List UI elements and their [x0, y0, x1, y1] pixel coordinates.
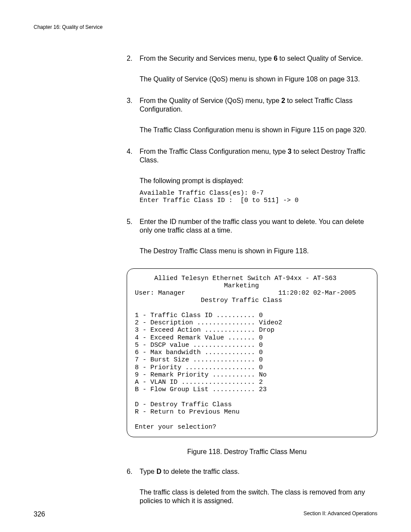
step-number: 6. [127, 467, 132, 476]
step-5: 5. Enter the ID number of the traffic cl… [127, 218, 377, 255]
step-number: 3. [127, 96, 132, 105]
step-follow: The Traffic Class Configuration menu is … [140, 126, 377, 134]
step-follow: The Destroy Traffic Class menu is shown … [140, 247, 377, 255]
step-6: 6. Type D to delete the traffic class. T… [127, 467, 377, 505]
step-3: 3. From the Quality of Service (QoS) men… [127, 96, 377, 134]
chapter-header: Chapter 16: Quality of Service [34, 24, 377, 30]
page-footer: 326 Section II: Advanced Operations [34, 510, 377, 518]
step-2: 2. From the Security and Services menu, … [127, 54, 377, 84]
step-text: Enter the ID number of the traffic class… [140, 218, 364, 234]
step-text: From the Traffic Class Configuration men… [140, 148, 365, 164]
step-text: From the Security and Services menu, typ… [140, 55, 363, 62]
figure-caption: Figure 118. Destroy Traffic Class Menu [116, 448, 377, 456]
content-area: 2. From the Security and Services menu, … [127, 54, 377, 505]
step-text: From the Quality of Service (QoS) menu, … [140, 97, 352, 113]
menu-box-wrap: Allied Telesyn Ethernet Switch AT-94xx -… [127, 268, 377, 437]
step-follow: The Quality of Service (QoS) menu is sho… [140, 75, 377, 84]
step-number: 5. [127, 218, 132, 226]
step-number: 2. [127, 54, 132, 63]
step-text: Type D to delete the traffic class. [140, 468, 240, 475]
step-follow: The traffic class is deleted from the sw… [140, 488, 377, 505]
step-follow: The following prompt is displayed: [140, 177, 377, 185]
step-number: 4. [127, 147, 132, 156]
step-4: 4. From the Traffic Class Configuration … [127, 147, 377, 205]
prompt-block: Available Traffic Class(es): 0-7 Enter T… [140, 190, 377, 205]
terminal-menu: Allied Telesyn Ethernet Switch AT-94xx -… [127, 268, 377, 437]
page-number: 326 [34, 510, 45, 518]
section-label: Section II: Advanced Operations [304, 510, 377, 516]
